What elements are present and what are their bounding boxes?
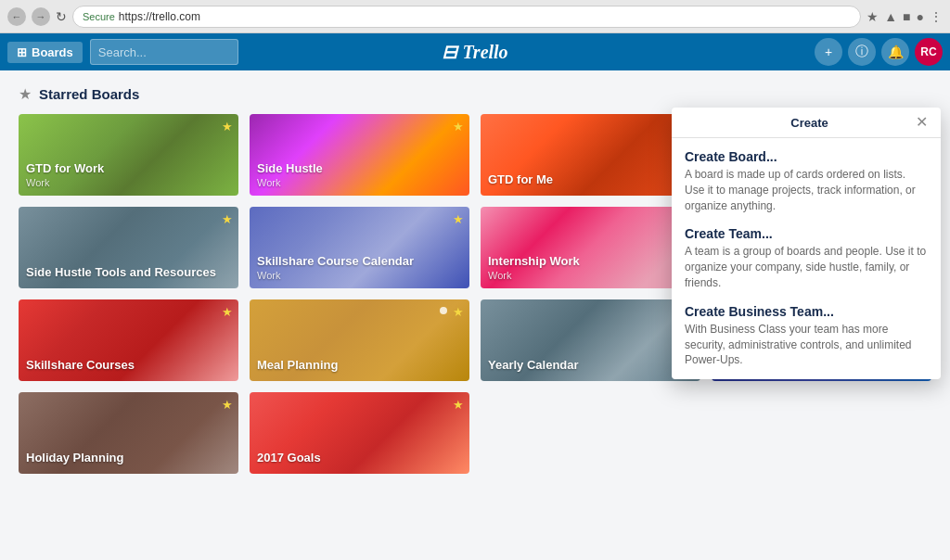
board-tile[interactable]: ★ Holiday Planning xyxy=(19,392,238,474)
board-tile[interactable]: ★ GTD for Me xyxy=(481,114,700,196)
board-subtitle: Work xyxy=(257,270,462,281)
board-star-icon[interactable]: ★ xyxy=(222,305,233,319)
bookmark-icon[interactable]: ★ xyxy=(867,9,879,24)
user-avatar[interactable]: RC xyxy=(915,38,943,66)
board-star-icon[interactable]: ★ xyxy=(222,398,233,412)
secure-icon: Secure xyxy=(83,11,115,22)
board-tile[interactable]: ★ 2017 Goals xyxy=(250,392,469,474)
notifications-button[interactable]: 🔔 xyxy=(881,38,909,66)
board-title: Internship Work xyxy=(488,254,693,270)
boards-button[interactable]: ⊞ Boards xyxy=(7,42,83,63)
plus-icon: + xyxy=(825,45,832,59)
create-board-label[interactable]: Create Board... xyxy=(685,149,928,164)
main-content: ★ Starred Boards ★ GTD for Work Work ★ S… xyxy=(0,70,950,560)
board-star-icon[interactable]: ★ xyxy=(453,398,464,412)
boards-icon: ⊞ xyxy=(17,45,27,59)
board-subtitle: Work xyxy=(26,177,231,188)
board-star-icon[interactable]: ★ xyxy=(453,212,464,226)
bell-icon: 🔔 xyxy=(888,45,904,59)
create-business-team-option: Create Business Team... With Business Cl… xyxy=(685,304,928,368)
url-text: https://trello.com xyxy=(119,10,200,23)
menu-icon[interactable]: ⋮ xyxy=(930,9,943,24)
board-tile[interactable]: ★ Side Hustle Work xyxy=(250,114,469,196)
create-business-team-label[interactable]: Create Business Team... xyxy=(685,304,928,319)
board-subtitle: Work xyxy=(257,177,462,188)
board-tile[interactable]: ★ Meal Planning xyxy=(250,299,469,381)
logo-text: Trello xyxy=(462,42,507,63)
board-star-icon[interactable]: ★ xyxy=(453,120,464,134)
create-panel-title: Create xyxy=(703,116,916,130)
browser-chrome: ← → ↻ Secure https://trello.com ★ ▲ ■ ● … xyxy=(0,0,950,33)
star-icon: ★ xyxy=(19,85,32,103)
create-team-desc: A team is a group of boards and people. … xyxy=(685,244,928,290)
create-board-desc: A board is made up of cards ordered on l… xyxy=(685,167,928,213)
create-team-option: Create Team... A team is a group of boar… xyxy=(685,226,928,290)
board-star-icon[interactable]: ★ xyxy=(453,305,464,319)
board-title: Side Hustle xyxy=(257,161,462,177)
create-board-option: Create Board... A board is made up of ca… xyxy=(685,149,928,213)
trello-navbar: ⊞ Boards ⊟ Trello + ⓘ 🔔 RC xyxy=(0,33,950,70)
search-input[interactable] xyxy=(90,39,238,65)
create-panel-body: Create Board... A board is made up of ca… xyxy=(672,138,941,379)
board-tile[interactable]: ★ Internship Work Work xyxy=(481,207,700,288)
browser-icons: ★ ▲ ■ ● ⋮ xyxy=(867,9,943,24)
board-title: GTD for Me xyxy=(488,172,693,188)
starred-header: ★ Starred Boards xyxy=(19,85,931,103)
create-business-team-desc: With Business Class your team has more s… xyxy=(685,322,928,368)
ext-icon-3[interactable]: ● xyxy=(917,9,924,24)
board-star-icon[interactable]: ★ xyxy=(222,120,233,134)
board-star-icon[interactable]: ★ xyxy=(222,212,233,226)
address-bar[interactable]: Secure https://trello.com xyxy=(72,6,861,28)
create-panel: Create ✕ Create Board... A board is made… xyxy=(672,108,941,379)
info-icon: ⓘ xyxy=(855,44,868,60)
board-title: 2017 Goals xyxy=(257,451,462,466)
back-button[interactable]: ← xyxy=(7,7,26,26)
forward-button[interactable]: → xyxy=(32,7,50,26)
board-tile[interactable]: ★ Skillshare Course Calendar Work xyxy=(250,207,469,288)
board-subtitle: Work xyxy=(488,270,693,281)
logo-icon: ⊟ xyxy=(442,41,457,63)
board-tile[interactable]: ★ Side Hustle Tools and Resources xyxy=(19,207,238,288)
boards-label: Boards xyxy=(32,45,73,59)
board-title: Skillshare Course Calendar xyxy=(257,254,462,270)
info-button[interactable]: ⓘ xyxy=(848,38,876,66)
board-dot-indicator xyxy=(440,307,447,314)
add-button[interactable]: + xyxy=(815,38,842,66)
board-title: Meal Planning xyxy=(257,358,462,374)
board-title: GTD for Work xyxy=(26,161,231,177)
board-title: Side Hustle Tools and Resources xyxy=(26,265,231,281)
board-title: Skillshare Courses xyxy=(26,358,231,374)
starred-heading: Starred Boards xyxy=(39,86,139,102)
reload-button[interactable]: ↻ xyxy=(56,9,67,24)
board-title: Yearly Calendar xyxy=(488,358,693,374)
trello-logo: ⊟ Trello xyxy=(442,41,507,63)
create-panel-header: Create ✕ xyxy=(672,108,941,138)
create-team-label[interactable]: Create Team... xyxy=(685,226,928,241)
board-tile[interactable]: ★ Skillshare Courses xyxy=(19,299,238,381)
ext-icon-2[interactable]: ■ xyxy=(903,9,910,24)
board-tile[interactable]: ★ Yearly Calendar xyxy=(481,299,700,381)
ext-icon-1[interactable]: ▲ xyxy=(884,9,897,24)
nav-right: + ⓘ 🔔 RC xyxy=(815,38,943,66)
board-title: Holiday Planning xyxy=(26,451,231,466)
boards-grid-row4: ★ Holiday Planning ★ 2017 Goals xyxy=(19,392,931,474)
create-panel-close-button[interactable]: ✕ xyxy=(916,115,928,130)
board-tile[interactable]: ★ GTD for Work Work xyxy=(19,114,238,196)
